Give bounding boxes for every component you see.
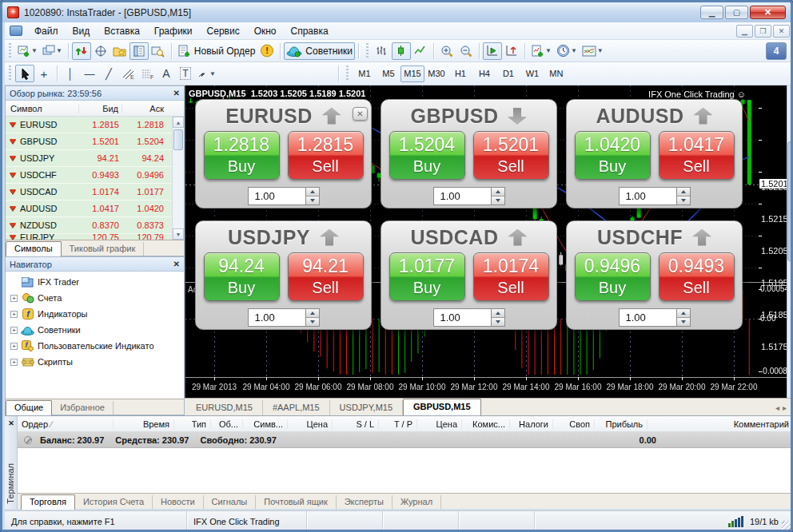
volume-input[interactable]: 1.00 bbox=[248, 308, 305, 327]
volume-input[interactable]: 1.00 bbox=[433, 187, 491, 205]
volume-input[interactable]: 1.00 bbox=[248, 187, 305, 205]
market-watch-scrollbar[interactable]: ▲ ▼ bbox=[172, 117, 184, 240]
tree-item-scripts[interactable]: Скрипты bbox=[9, 354, 184, 370]
new-chart-button[interactable]: ▼ bbox=[15, 42, 40, 60]
chart-vertical-scrollbar[interactable] bbox=[787, 85, 793, 398]
column-bid[interactable]: Бид bbox=[79, 104, 122, 113]
buy-button[interactable]: 1.5204Buy bbox=[389, 131, 465, 180]
zoom-out-button[interactable] bbox=[456, 42, 476, 60]
timeframe-w1[interactable]: W1 bbox=[520, 66, 544, 82]
indicators-button[interactable]: ▼ bbox=[528, 42, 554, 60]
sell-button[interactable]: 1.0174Sell bbox=[473, 252, 549, 301]
widget-close-button[interactable] bbox=[353, 107, 368, 121]
column-order[interactable]: Ордер bbox=[18, 419, 114, 429]
tab-signals[interactable]: Сигналы bbox=[204, 495, 257, 509]
candlestick-mode-button[interactable] bbox=[392, 42, 411, 60]
column-price[interactable]: Цена bbox=[288, 419, 333, 429]
volume-down-button[interactable] bbox=[677, 318, 690, 326]
column-comment[interactable]: Комментарий bbox=[648, 419, 793, 429]
menu-service[interactable]: Сервис bbox=[200, 24, 247, 38]
volume-input[interactable]: 1.00 bbox=[619, 187, 676, 205]
fibonacci-tool-button[interactable]: F bbox=[137, 65, 157, 82]
arrows-tool-button[interactable]: ▼ bbox=[195, 65, 218, 82]
volume-up-button[interactable] bbox=[677, 188, 690, 197]
symbol-row[interactable]: USDCAD1.01741.0177 bbox=[6, 184, 184, 200]
text-tool-button[interactable]: A bbox=[157, 65, 176, 82]
messages-button[interactable]: 4 bbox=[766, 42, 787, 60]
auto-scroll-button[interactable] bbox=[483, 42, 502, 60]
buy-button[interactable]: 0.9496Buy bbox=[575, 252, 651, 301]
tree-root-account[interactable]: IFX Trader bbox=[9, 274, 184, 290]
chart-tab-usdjpy[interactable]: USDJPY,M15 bbox=[330, 400, 403, 415]
scroll-up-icon[interactable]: ▲ bbox=[173, 117, 184, 128]
close-button[interactable] bbox=[750, 6, 786, 19]
tab-favorites[interactable]: Избранное bbox=[52, 401, 114, 415]
sell-button[interactable]: 1.0417Sell bbox=[659, 131, 735, 180]
navigator-header[interactable]: Навигатор ✕ bbox=[6, 257, 184, 272]
menu-charts[interactable]: Графики bbox=[147, 24, 200, 38]
timeframe-m1[interactable]: M1 bbox=[353, 66, 377, 82]
scrollbar-thumb[interactable] bbox=[787, 141, 793, 261]
mdi-close-button[interactable] bbox=[773, 25, 790, 38]
horizontal-line-tool-button[interactable]: — bbox=[80, 65, 99, 82]
menu-window[interactable]: Окно bbox=[247, 24, 284, 38]
column-swap[interactable]: Своп bbox=[553, 419, 595, 429]
strategy-tester-button[interactable] bbox=[149, 42, 168, 60]
maximize-button[interactable] bbox=[725, 6, 748, 19]
expand-icon[interactable] bbox=[10, 327, 18, 334]
timeframe-m15[interactable]: M15 bbox=[400, 66, 424, 82]
timeframe-d1[interactable]: D1 bbox=[496, 66, 520, 82]
tab-symbols[interactable]: Символы bbox=[6, 241, 62, 256]
chart-tab-gbpusd[interactable]: GBPUSD,M15 bbox=[403, 399, 481, 415]
text-label-tool-button[interactable]: T bbox=[176, 65, 195, 82]
crosshair-tool-button[interactable]: + bbox=[34, 65, 54, 82]
menu-view[interactable]: Вид bbox=[66, 24, 98, 38]
volume-input[interactable]: 1.00 bbox=[433, 308, 491, 327]
cursor-tool-button[interactable] bbox=[15, 65, 34, 82]
timeframe-m30[interactable]: M30 bbox=[424, 66, 448, 82]
tree-item-accounts[interactable]: Счета bbox=[9, 290, 184, 306]
mdi-minimize-button[interactable] bbox=[736, 25, 753, 38]
column-symbol[interactable]: Симв... bbox=[243, 419, 288, 429]
line-chart-mode-button[interactable] bbox=[411, 42, 430, 60]
tab-common[interactable]: Общие bbox=[6, 400, 52, 415]
tab-experts[interactable]: Эксперты bbox=[337, 495, 393, 509]
tree-item-advisors[interactable]: Советники bbox=[9, 322, 184, 338]
scrollbar-thumb[interactable] bbox=[173, 129, 183, 150]
toggle-market-watch-button[interactable] bbox=[72, 42, 91, 60]
close-icon[interactable] bbox=[6, 419, 16, 428]
tree-item-indicators[interactable]: f Индикаторы bbox=[9, 306, 184, 322]
column-tp[interactable]: T / P bbox=[379, 419, 417, 429]
volume-up-button[interactable] bbox=[492, 188, 504, 197]
resize-grip[interactable] bbox=[782, 521, 792, 531]
symbol-row[interactable]: USDJPY94.2194.24 bbox=[6, 150, 184, 167]
tab-trade[interactable]: Торговля bbox=[21, 494, 75, 510]
minimize-button[interactable] bbox=[700, 6, 723, 19]
sell-button[interactable]: 1.2815Sell bbox=[288, 131, 364, 180]
timeframe-mn[interactable]: MN bbox=[544, 66, 568, 82]
templates-button[interactable]: ▼ bbox=[580, 42, 606, 60]
volume-down-button[interactable] bbox=[677, 197, 690, 204]
volume-up-button[interactable] bbox=[677, 309, 690, 318]
volume-up-button[interactable] bbox=[306, 309, 319, 318]
column-commission[interactable]: Комис... bbox=[462, 419, 510, 429]
tree-item-custom-indicators[interactable]: f Пользовательские Индикато bbox=[9, 338, 184, 354]
tab-tick-chart[interactable]: Тиковый график bbox=[62, 242, 145, 256]
vertical-line-tool-button[interactable]: │ bbox=[61, 65, 80, 82]
title-bar[interactable]: 1020890: InstaTrader - [GBPUSD,M15] bbox=[2, 2, 791, 22]
expert-advisors-button[interactable]: Советники bbox=[284, 42, 355, 60]
buy-button[interactable]: 1.0177Buy bbox=[389, 252, 465, 301]
buy-button[interactable]: 94.24Buy bbox=[204, 252, 280, 301]
chart-window-icon[interactable] bbox=[10, 26, 22, 36]
toolbar-grip[interactable] bbox=[365, 43, 370, 59]
toolbar-grip[interactable] bbox=[8, 66, 13, 81]
volume-down-button[interactable] bbox=[492, 197, 504, 204]
symbol-row[interactable]: EURUSD1.28151.2818 bbox=[6, 117, 184, 133]
column-time[interactable]: Время bbox=[114, 419, 174, 429]
profiles-button[interactable]: ▼ bbox=[40, 42, 65, 60]
buy-button[interactable]: 1.0420Buy bbox=[575, 131, 651, 180]
close-icon[interactable]: ✕ bbox=[173, 260, 180, 268]
column-symbol[interactable]: Символ bbox=[6, 104, 79, 113]
favorites-button[interactable] bbox=[110, 42, 130, 60]
tab-mailbox[interactable]: Почтовый ящик bbox=[256, 495, 336, 509]
